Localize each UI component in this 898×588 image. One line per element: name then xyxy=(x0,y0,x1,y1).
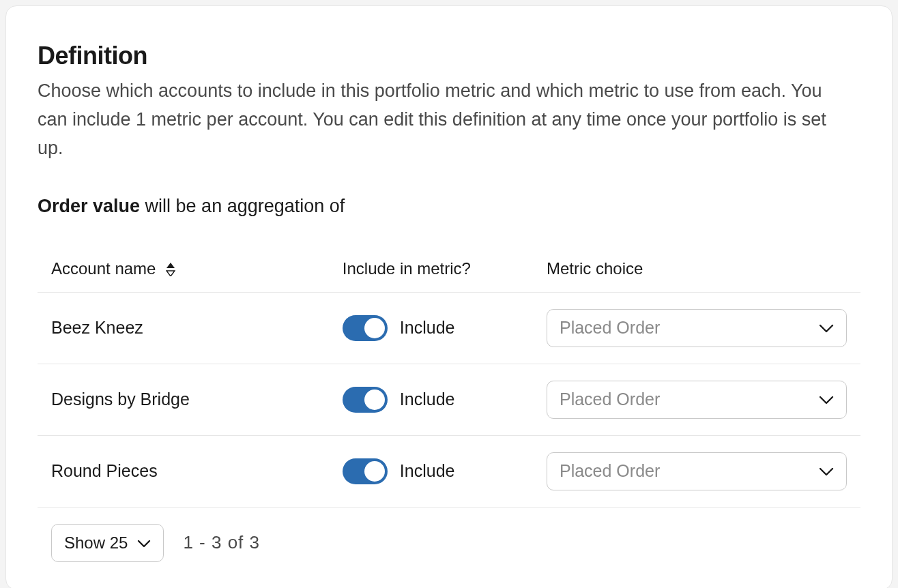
include-toggle[interactable] xyxy=(343,387,388,413)
sort-icon[interactable] xyxy=(166,263,175,276)
include-label: Include xyxy=(400,461,455,481)
table-row: Beez Kneez Include Placed Order xyxy=(38,292,860,364)
include-toggle[interactable] xyxy=(343,315,388,341)
chevron-down-icon xyxy=(819,318,834,338)
metric-choice-value: Placed Order xyxy=(560,389,660,409)
column-header-account-name[interactable]: Account name xyxy=(38,247,329,293)
section-title: Definition xyxy=(38,42,860,70)
chevron-down-icon xyxy=(137,533,151,553)
include-toggle[interactable] xyxy=(343,458,388,484)
chevron-down-icon xyxy=(819,389,834,409)
accounts-table: Account name Include in metric? Metric c… xyxy=(38,247,860,508)
pagination-range: 1 - 3 of 3 xyxy=(183,532,260,553)
table-row: Designs by Bridge Include Placed Order xyxy=(38,364,860,435)
table-row: Round Pieces Include Placed Order xyxy=(38,435,860,507)
metric-choice-select[interactable]: Placed Order xyxy=(547,452,847,490)
account-name-cell: Designs by Bridge xyxy=(38,364,329,435)
metric-choice-select[interactable]: Placed Order xyxy=(547,309,847,347)
page-size-select[interactable]: Show 25 xyxy=(51,524,164,562)
metric-choice-value: Placed Order xyxy=(560,461,660,481)
aggregation-rest: will be an aggregation of xyxy=(140,196,345,216)
column-header-metric-choice: Metric choice xyxy=(533,247,860,293)
metric-choice-select[interactable]: Placed Order xyxy=(547,381,847,419)
column-header-label: Include in metric? xyxy=(343,259,471,278)
section-description: Choose which accounts to include in this… xyxy=(38,77,856,163)
column-header-label: Account name xyxy=(51,259,156,278)
account-name-cell: Beez Kneez xyxy=(38,292,329,364)
include-label: Include xyxy=(400,389,455,409)
aggregation-line: Order value will be an aggregation of xyxy=(38,196,860,217)
table-footer: Show 25 1 - 3 of 3 xyxy=(38,524,860,562)
account-name-cell: Round Pieces xyxy=(38,435,329,507)
chevron-down-icon xyxy=(819,461,834,481)
column-header-include: Include in metric? xyxy=(329,247,533,293)
page-size-label: Show 25 xyxy=(64,533,128,553)
metric-choice-value: Placed Order xyxy=(560,318,660,338)
definition-card: Definition Choose which accounts to incl… xyxy=(5,5,893,588)
include-label: Include xyxy=(400,318,455,338)
aggregation-metric-name: Order value xyxy=(38,196,140,216)
column-header-label: Metric choice xyxy=(547,259,643,278)
